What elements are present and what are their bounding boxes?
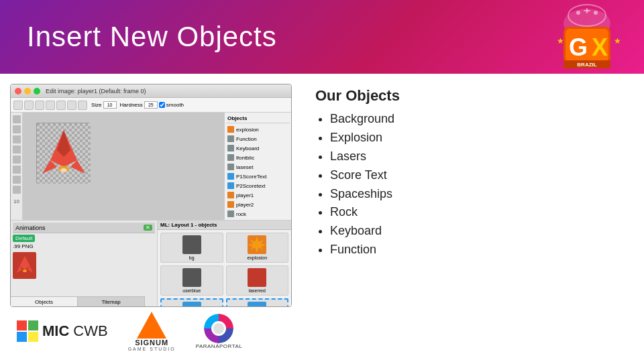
- obj-item-keyboard[interactable]: Keyboard: [226, 143, 290, 153]
- object-tabs: Objects Tilemap: [11, 296, 145, 306]
- mic-grid: [17, 320, 38, 342]
- window-maximize[interactable]: [34, 88, 40, 95]
- smooth-checkbox[interactable]: [159, 102, 165, 108]
- anim-frame-1[interactable]: [13, 252, 36, 279]
- window-minimize[interactable]: [24, 88, 31, 95]
- svg-marker-30: [248, 237, 266, 253]
- editor-toolbar: Size Hardness smooth: [11, 98, 291, 113]
- obj-item-p1score[interactable]: P1ScoreText: [226, 172, 290, 181]
- obj-label: player1: [236, 192, 254, 198]
- page-title: Insert New Objects: [27, 21, 277, 53]
- default-label[interactable]: Default: [13, 235, 35, 242]
- obj-cell-label-userblue: userblue: [182, 288, 201, 293]
- toolbar-btn-1[interactable]: [13, 101, 23, 110]
- main-content: Edit image: player1 (Default: frame 0) S…: [0, 74, 644, 362]
- obj-item-lfontblic[interactable]: lfontblic: [226, 153, 290, 162]
- obj-label: Function: [236, 136, 257, 142]
- size-input[interactable]: [103, 101, 117, 109]
- obj-label: explosion: [236, 127, 259, 133]
- list-item-spaceships: Spaceships: [330, 185, 624, 204]
- hardness-input[interactable]: [144, 101, 158, 109]
- obj-cell-userblue[interactable]: userblue: [160, 265, 223, 296]
- signum-shape: [137, 312, 166, 339]
- editor-area: Edit image: player1 (Default: frame 0) S…: [0, 74, 302, 362]
- canvas-bg: [36, 123, 90, 183]
- editor-title: Edit image: player1 (Default: frame 0): [46, 88, 146, 95]
- signum-top-text: SIGNUM: [135, 339, 168, 347]
- toolbar-btn-2[interactable]: [24, 101, 34, 110]
- tool-ellipse[interactable]: [13, 186, 21, 194]
- obj-icon: [227, 173, 234, 180]
- mic-yellow: [28, 332, 38, 342]
- smooth-label: smooth: [166, 102, 184, 108]
- svg-text:BRAZIL: BRAZIL: [577, 62, 596, 68]
- obj-icon: [227, 182, 234, 189]
- anim-count: ✕: [144, 225, 152, 231]
- toolbar-btn-3[interactable]: [35, 101, 44, 110]
- window-close[interactable]: [15, 88, 21, 95]
- obj-item-player2[interactable]: player2: [226, 200, 290, 209]
- tool-line[interactable]: [13, 166, 21, 174]
- svg-point-29: [23, 269, 27, 272]
- obj-icon: [227, 164, 234, 170]
- spaceship-canvas: [37, 123, 91, 184]
- footer-logos: MIC CWB SIGNUM GAME STUDIO: [10, 307, 292, 355]
- obj-cell-p2scoretext[interactable]: T P2Scoretext: [226, 298, 289, 307]
- obj-cell-icon-p1scoretext: T: [182, 302, 201, 307]
- editor-body: 10: [11, 113, 291, 220]
- obj-icon: [227, 210, 234, 217]
- editor-bottom: Animations ✕ Default .99 PNG: [11, 220, 291, 307]
- cwb-text: CWB: [73, 322, 107, 340]
- obj-item-rock[interactable]: rock: [226, 209, 290, 219]
- content-right: Our Objects Background Explosion Lasers …: [302, 74, 644, 362]
- canvas-area[interactable]: [23, 113, 224, 220]
- tool-select[interactable]: [13, 115, 21, 123]
- obj-label: laseset: [236, 164, 253, 170]
- svg-text:G: G: [569, 34, 588, 61]
- obj-item-laseset[interactable]: laseset: [226, 162, 290, 172]
- mic-logo: MIC CWB: [17, 320, 108, 342]
- tool-fill[interactable]: [13, 145, 21, 154]
- list-item-function: Function: [330, 241, 624, 259]
- list-item-keyboard: Keyboard: [330, 222, 624, 241]
- svg-marker-26: [19, 256, 30, 269]
- toolbar-btn-5[interactable]: [56, 101, 66, 110]
- header: Insert New Objects G X BRAZIL ★ ★ GAME E…: [0, 0, 644, 74]
- objects-grid-panel: ML: Layout 1 - objects bg: [157, 221, 291, 307]
- tool-eraser[interactable]: [13, 156, 21, 164]
- obj-cell-explosion[interactable]: explosion: [226, 233, 289, 263]
- obj-icon: [227, 126, 234, 133]
- mic-text: MIC: [42, 322, 69, 340]
- obj-label: Keyboard: [236, 145, 259, 152]
- objects-bottom-header: ML: Layout 1 - objects: [158, 221, 291, 230]
- obj-cell-bg[interactable]: bg: [160, 233, 223, 263]
- obj-item-player1[interactable]: player1: [226, 190, 290, 200]
- obj-icon: [227, 154, 234, 161]
- objects-list: Background Explosion Lasers Score Text S…: [315, 110, 624, 259]
- mic-green: [28, 320, 38, 330]
- signum-bottom-text: GAME STUDIO: [128, 347, 176, 351]
- obj-item-explosion[interactable]: explosion: [226, 125, 290, 134]
- size-label: Size: [91, 102, 102, 108]
- paranaportal-logo: PARANÁPORTAL: [196, 314, 243, 349]
- tool-brush[interactable]: [13, 135, 21, 143]
- toolbar-btn-6[interactable]: [67, 101, 76, 110]
- obj-cell-p1scoretext[interactable]: T P1scoretext: [160, 298, 223, 307]
- panel-header: Objects: [226, 114, 290, 123]
- obj-cell-laserred[interactable]: laserred: [226, 265, 289, 296]
- hardness-label: Hardness: [120, 102, 143, 108]
- toolbar-btn-4[interactable]: [46, 101, 55, 110]
- obj-label: lfontblic: [236, 155, 254, 161]
- obj-cell-icon-userblue: [182, 268, 201, 287]
- toolbar-btn-7[interactable]: [78, 101, 87, 110]
- obj-item-function[interactable]: Function: [226, 134, 290, 143]
- svg-point-11: [576, 11, 580, 15]
- anim-header: Animations ✕: [13, 223, 155, 233]
- tab-objects[interactable]: Objects: [11, 297, 78, 306]
- tool-pencil[interactable]: [13, 125, 21, 133]
- tab-tilemap[interactable]: Tilemap: [78, 297, 145, 306]
- png-label: .99 PNG: [13, 243, 155, 249]
- obj-item-p2score[interactable]: P2Scoretext: [226, 181, 290, 190]
- anim-panel: Animations ✕ Default .99 PNG: [11, 221, 157, 307]
- tool-rect[interactable]: [13, 176, 21, 184]
